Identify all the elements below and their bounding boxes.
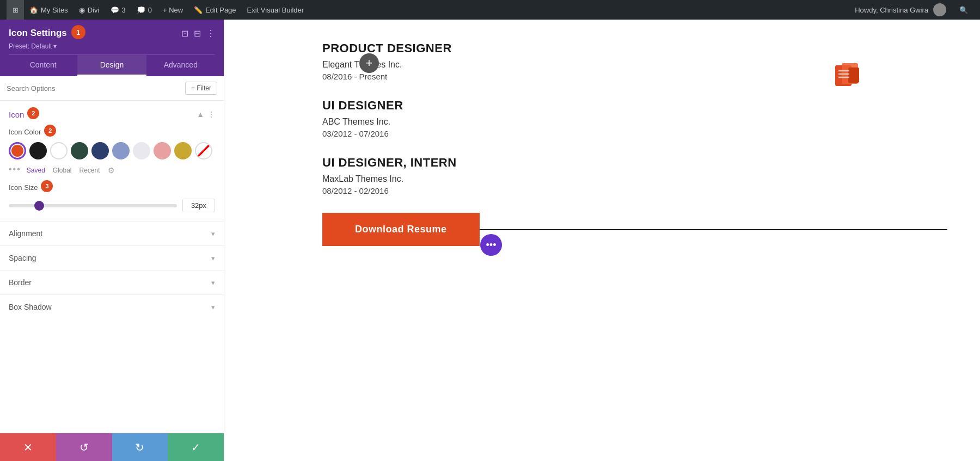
fullscreen-icon[interactable]: ⊡ — [181, 28, 188, 39]
color-settings-icon[interactable]: ⚙ — [108, 166, 115, 175]
left-panel: Icon Settings 1 ⊡ ⊟ ⋮ Preset: Default ▾ … — [0, 20, 224, 461]
wp-icon: ⊞ — [13, 6, 19, 14]
redo-icon: ↻ — [135, 441, 144, 454]
cancel-icon: ✕ — [23, 441, 33, 454]
panel-header: Icon Settings 1 ⊡ ⊟ ⋮ Preset: Default ▾ … — [0, 20, 224, 76]
color-more-dots[interactable]: ••• — [9, 164, 21, 174]
border-chevron-icon: ▾ — [211, 279, 215, 287]
alignment-chevron-icon: ▾ — [211, 230, 215, 238]
job-company-2: ABC Themes Inc. — [322, 117, 947, 127]
divi-link[interactable]: ◉ Divi — [74, 0, 105, 20]
comments-link[interactable]: 💬 3 — [105, 0, 131, 20]
job-title-2: UI DESIGNER — [322, 99, 947, 113]
discussion-icon: 💭 — [137, 6, 145, 14]
icon-section-title: Icon 2 — [9, 108, 39, 120]
divi-icon: ◉ — [79, 6, 85, 14]
download-resume-button[interactable]: Download Resume — [322, 213, 480, 246]
icon-section-header: Icon 2 ▲ ⋮ — [0, 101, 224, 126]
color-swatch-dark-green[interactable] — [71, 142, 88, 159]
layout-icon[interactable]: ⊟ — [194, 28, 201, 39]
step-badge-color: 2 — [44, 125, 56, 137]
step-badge-icon: 2 — [27, 107, 39, 119]
design-icon-area — [835, 63, 860, 91]
job-title-1: PRODUCT DESIGNER — [322, 41, 947, 56]
icon-size-area: Icon Size 3 32px — [0, 181, 224, 221]
color-swatches — [9, 142, 215, 159]
spacing-section[interactable]: Spacing ▾ — [0, 245, 224, 270]
search-bar-button[interactable]: 🔍 — [954, 6, 973, 14]
color-swatch-white[interactable] — [50, 142, 68, 159]
chevron-down-icon: ▾ — [53, 42, 57, 50]
confirm-button[interactable]: ✓ — [168, 433, 224, 461]
job-entry-2: UI DESIGNER ABC Themes Inc. 03/2012 - 07… — [322, 99, 947, 138]
more-icon[interactable]: ⋮ — [206, 28, 215, 39]
palette-icon — [835, 65, 860, 91]
box-shadow-section[interactable]: Box Shadow ▾ — [0, 294, 224, 319]
panel-header-icons: ⊡ ⊟ ⋮ — [181, 28, 215, 39]
house-icon: 🏠 — [29, 6, 38, 14]
tab-content[interactable]: Content — [9, 55, 77, 76]
new-link[interactable]: + New — [157, 0, 188, 20]
color-swatch-pink[interactable] — [154, 142, 171, 159]
undo-button[interactable]: ↺ — [56, 433, 112, 461]
add-row-button[interactable]: + — [359, 53, 379, 73]
tab-advanced[interactable]: Advanced — [146, 55, 215, 76]
download-line — [480, 229, 947, 230]
color-tab-global[interactable]: Global — [53, 167, 72, 174]
redo-button[interactable]: ↻ — [112, 433, 168, 461]
avatar — [933, 3, 946, 16]
color-swatch-orange[interactable] — [9, 142, 26, 159]
download-area: Download Resume ••• — [322, 213, 947, 246]
confirm-icon: ✓ — [191, 441, 200, 454]
right-content: + PRODUCT DESIGNER — [224, 20, 980, 461]
pencil-icon: ✏️ — [194, 6, 203, 14]
edit-page-link[interactable]: ✏️ Edit Page — [188, 0, 241, 20]
wp-admin-bar: ⊞ 🏠 My Sites ◉ Divi 💬 3 💭 0 + New ✏️ Edi… — [0, 0, 980, 20]
slider-row: 32px — [9, 199, 215, 212]
color-tabs: Saved Global Recent ⚙ — [27, 166, 115, 175]
discussion-link[interactable]: 💭 0 — [131, 0, 157, 20]
alignment-section[interactable]: Alignment ▾ — [0, 221, 224, 245]
panel-header-top: Icon Settings 1 ⊡ ⊟ ⋮ — [9, 26, 215, 40]
color-swatch-lavender[interactable] — [112, 142, 130, 159]
search-input[interactable] — [7, 84, 181, 93]
icon-size-input[interactable]: 32px — [182, 199, 215, 212]
color-swatch-dark-blue[interactable] — [91, 142, 109, 159]
filter-button[interactable]: + Filter — [185, 82, 217, 95]
step-badge-size: 3 — [41, 180, 53, 192]
job-dates-2: 03/2012 - 07/2016 — [322, 129, 947, 138]
collapse-icon[interactable]: ▲ — [197, 110, 204, 119]
job-dates-3: 08/2012 - 02/2016 — [322, 186, 947, 195]
color-swatch-none[interactable] — [195, 142, 212, 159]
color-tab-saved[interactable]: Saved — [27, 167, 45, 174]
color-swatch-light-gray[interactable] — [133, 142, 150, 159]
plus-icon: + — [366, 56, 373, 70]
panel-body: Icon 2 ▲ ⋮ Icon Color 2 — [0, 101, 224, 433]
exit-builder-link[interactable]: Exit Visual Builder — [242, 0, 310, 20]
admin-bar-right: Howdy, Christina Gwira 🔍 — [849, 3, 973, 16]
icon-color-label: Icon Color 2 — [9, 126, 215, 138]
color-tab-recent[interactable]: Recent — [79, 167, 100, 174]
color-swatch-gold[interactable] — [174, 142, 192, 159]
undo-icon: ↺ — [79, 441, 89, 454]
border-section[interactable]: Border ▾ — [0, 270, 224, 294]
comment-icon: 💬 — [111, 6, 119, 14]
section-icons: ▲ ⋮ — [197, 110, 215, 119]
job-title-3: UI DESIGNER, INTERN — [322, 156, 947, 170]
section-more-icon[interactable]: ⋮ — [207, 110, 215, 119]
module-dots-button[interactable]: ••• — [480, 234, 502, 256]
icon-size-slider[interactable] — [9, 204, 177, 207]
my-sites-link[interactable]: 🏠 My Sites — [24, 0, 74, 20]
cancel-button[interactable]: ✕ — [0, 433, 56, 461]
tab-design[interactable]: Design — [77, 55, 146, 76]
color-picker-area: Icon Color 2 ••• — [0, 126, 224, 181]
panel-search: + Filter — [0, 76, 224, 101]
box-shadow-chevron-icon: ▾ — [211, 303, 215, 311]
wp-logo[interactable]: ⊞ — [7, 0, 24, 20]
panel-title: Icon Settings — [9, 28, 67, 39]
color-swatch-black[interactable] — [29, 142, 47, 159]
user-profile-link[interactable]: Howdy, Christina Gwira — [849, 3, 952, 16]
panel-preset[interactable]: Preset: Default ▾ — [9, 42, 215, 50]
svg-rect-2 — [848, 67, 859, 83]
step-badge-1: 1 — [71, 25, 85, 39]
